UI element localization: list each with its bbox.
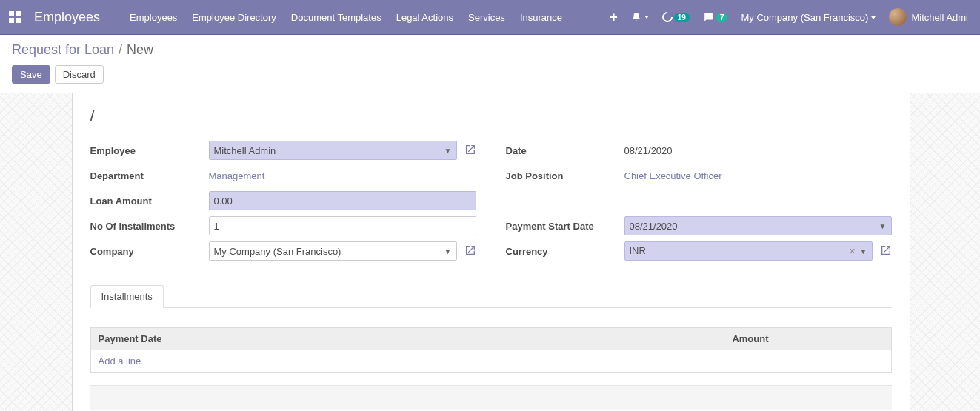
department-label: Department xyxy=(90,170,209,181)
discard-button[interactable]: Discard xyxy=(55,65,104,84)
table-row: Add a line xyxy=(91,350,891,372)
activities-badge: 19 xyxy=(674,13,690,22)
currency-label: Currency xyxy=(506,246,624,257)
activities-icon[interactable]: 19 xyxy=(662,12,690,22)
quick-create-icon[interactable]: + xyxy=(610,10,618,25)
nav-right: + 19 7 My Company (San Francisco) Mitche… xyxy=(610,8,968,26)
loan-amount-field[interactable] xyxy=(209,191,476,210)
nav-item-employee-directory[interactable]: Employee Directory xyxy=(192,12,276,23)
date-label: Date xyxy=(506,145,624,156)
chevron-down-icon: ▼ xyxy=(444,147,452,155)
currency-field[interactable]: INR × ▼ xyxy=(624,241,873,261)
job-position-value[interactable]: Chief Executive Officer xyxy=(624,170,722,181)
employee-value: Mitchell Admin xyxy=(214,145,276,156)
nav-item-insurance[interactable]: Insurance xyxy=(520,12,562,23)
clear-icon[interactable]: × xyxy=(849,245,855,257)
date-value: 08/21/2020 xyxy=(624,145,673,156)
installments-field[interactable] xyxy=(209,216,476,235)
sheet-footer xyxy=(90,385,892,410)
top-navbar: Employees Employees Employee Directory D… xyxy=(0,0,980,34)
loan-amount-label: Loan Amount xyxy=(90,196,209,207)
company-value: My Company (San Francisco) xyxy=(214,246,341,257)
notebook-tabs: Installments xyxy=(90,284,892,308)
payment-start-date-field[interactable]: 08/21/2020 ▼ xyxy=(624,216,892,235)
department-value[interactable]: Management xyxy=(209,170,265,181)
company-external-link-icon[interactable] xyxy=(464,244,476,258)
installments-label: No Of Installments xyxy=(90,221,209,232)
app-brand[interactable]: Employees xyxy=(34,10,100,25)
chevron-down-icon: ▼ xyxy=(444,247,452,255)
record-title: / xyxy=(90,107,892,126)
company-label: Company xyxy=(90,246,209,257)
nav-item-legal-actions[interactable]: Legal Actions xyxy=(396,12,453,23)
tab-installments[interactable]: Installments xyxy=(90,285,164,308)
breadcrumb: Request for Loan / New xyxy=(12,42,968,58)
employee-field[interactable]: Mitchell Admin ▼ xyxy=(209,141,457,160)
col-handle xyxy=(776,328,891,350)
job-position-label: Job Position xyxy=(506,170,624,181)
employee-external-link-icon[interactable] xyxy=(464,144,476,158)
breadcrumb-current: New xyxy=(127,42,153,58)
avatar xyxy=(889,8,907,26)
currency-value: INR xyxy=(630,245,850,257)
breadcrumb-separator: / xyxy=(119,42,122,58)
payment-start-date-value: 08/21/2020 xyxy=(630,221,678,232)
add-line-button[interactable]: Add a line xyxy=(99,355,141,367)
nav-item-services[interactable]: Services xyxy=(468,12,505,23)
user-name: Mitchell Admi xyxy=(911,12,968,23)
employee-label: Employee xyxy=(90,145,209,156)
nav-menu: Employees Employee Directory Document Te… xyxy=(130,12,610,23)
apps-icon[interactable] xyxy=(9,11,21,23)
notifications-icon[interactable] xyxy=(631,12,649,22)
col-payment-date[interactable]: Payment Date xyxy=(91,328,436,350)
chevron-down-icon: ▼ xyxy=(879,222,887,230)
control-panel: Request for Loan / New Save Discard xyxy=(0,35,980,93)
form-sheet-bg: / Employee Mitchell Admin ▼ xyxy=(0,93,980,411)
breadcrumb-root[interactable]: Request for Loan xyxy=(12,42,114,58)
form-sheet: / Employee Mitchell Admin ▼ xyxy=(72,93,910,411)
user-menu[interactable]: Mitchell Admi xyxy=(889,8,968,26)
currency-external-link-icon[interactable] xyxy=(880,244,892,258)
nav-item-employees[interactable]: Employees xyxy=(130,12,177,23)
payment-start-date-label: Payment Start Date xyxy=(506,221,624,232)
col-amount[interactable]: Amount xyxy=(436,328,776,350)
chevron-down-icon: ▼ xyxy=(860,247,867,255)
save-button[interactable]: Save xyxy=(12,65,50,84)
discuss-icon[interactable]: 7 xyxy=(703,12,728,22)
installments-table: Payment Date Amount Add a line xyxy=(90,327,892,373)
discuss-badge: 7 xyxy=(716,13,728,22)
nav-item-document-templates[interactable]: Document Templates xyxy=(291,12,381,23)
company-field[interactable]: My Company (San Francisco) ▼ xyxy=(209,241,457,261)
company-switcher[interactable]: My Company (San Francisco) xyxy=(741,12,876,23)
